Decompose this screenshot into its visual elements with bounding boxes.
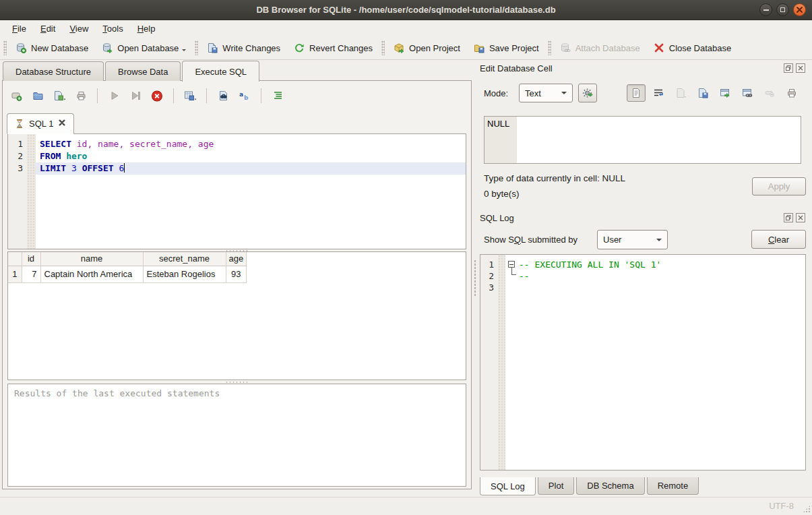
open-project-button[interactable]: Open Project [387,39,467,57]
float-panel-button[interactable] [784,63,793,73]
toolbar-handle[interactable] [195,40,198,55]
close-database-icon [654,42,664,53]
toolbar-separator [261,88,261,103]
menu-tools-rest: ools [107,24,123,34]
table-row[interactable]: 1 7 Captain North America Esteban Rogeli… [8,266,247,282]
open-database-dropdown-caret[interactable] [182,49,186,53]
cell-id[interactable]: 7 [22,266,40,282]
text-mode-icon[interactable] [627,84,646,102]
column-header-age[interactable]: age [226,252,247,266]
sql-keyword: SELECT [40,139,71,149]
dock-splitter-handle[interactable] [474,260,476,297]
log-filter-select[interactable]: User [597,230,668,249]
main-toolbar: New Database Open Database Write Changes… [0,36,812,60]
mode-label: Mode: [484,88,508,98]
save-project-button[interactable]: Save Project [467,39,546,57]
toolbar-separator [97,88,98,103]
minimize-icon [763,9,769,11]
svg-text:a: a [239,91,243,98]
cell-name[interactable]: Captain North America [40,266,143,282]
dock-tab-remote[interactable]: Remote [647,477,699,495]
toolbar-handle[interactable] [381,40,385,55]
sql-line-3: LIMIT 3 OFFSET 6 [40,162,125,175]
results-header-row: id name secret_name age [8,252,247,266]
save-sql-file-icon[interactable] [53,90,66,102]
maximize-icon [780,7,785,12]
log-line-text: -- EXECUTING ALL IN 'SQL 1' [519,259,661,270]
menu-help[interactable]: Help [131,22,163,35]
print-sql-icon[interactable] [74,90,88,102]
close-tab-icon[interactable] [58,119,66,129]
results-grid[interactable]: id name secret_name age 1 7 Captain Nort… [7,251,466,380]
cell-secret-name[interactable]: Esteban Rogelios [143,266,226,282]
dock-tab-db-schema[interactable]: DB Schema [576,477,644,495]
minimize-button[interactable] [759,3,772,16]
sql-number: 6 [119,163,124,173]
find-replace-icon[interactable] [216,90,230,102]
sql-log-dock-buttons [784,213,805,222]
sql-identifiers: id, name, secret_name, age [77,139,214,149]
revert-changes-button[interactable]: Revert Changes [287,39,379,57]
save-project-label: Save Project [489,43,539,53]
clear-log-button[interactable]: Clear [751,230,806,249]
open-database-button[interactable]: Open Database [95,39,193,57]
cell-size-info: 0 byte(s) [484,189,520,199]
menu-view-key: V [69,24,75,34]
maximize-button[interactable] [776,3,789,16]
execution-results-message[interactable]: Results of the last executed statements [7,384,466,487]
mode-select[interactable]: Text [519,84,573,102]
toolbar-separator [173,88,174,103]
column-header-secret-name[interactable]: secret_name [143,252,226,266]
sql-keyword: OFFSET [82,163,114,173]
menu-edit[interactable]: Edit [34,22,63,35]
open-sql-file-icon[interactable] [31,90,44,102]
new-sql-tab-icon[interactable] [9,90,23,102]
column-header-id[interactable]: id [22,252,40,266]
close-database-button[interactable]: Close Database [647,39,739,57]
save-results-icon[interactable] [183,90,197,102]
line-number: 1 [8,138,23,150]
sql-document-tab[interactable]: SQL 1 [7,113,74,134]
window-controls [759,3,806,16]
new-database-button[interactable]: New Database [9,39,95,57]
gear-icon [582,88,594,98]
sql-keyword: LIMIT [40,163,66,173]
cell-value-editor[interactable]: NULL [484,116,801,164]
tab-execute-sql[interactable]: Execute SQL [182,61,259,82]
edit-cell-panel-title: Edit Database Cell [480,63,553,73]
resize-grip[interactable] [803,505,811,513]
toolbar-handle[interactable] [548,40,551,55]
toolbar-handle[interactable] [3,40,7,55]
float-panel-button[interactable] [784,213,793,222]
close-button[interactable] [793,3,806,16]
stop-execution-icon[interactable] [150,90,164,102]
fold-marker-icon[interactable] [508,261,515,268]
sql-log-view[interactable]: 1 2 3 -- EXECUTING ALL IN 'SQL 1' -- [480,254,806,471]
attach-database-button: Attach Database [553,39,647,57]
auto-completion-icon[interactable]: ab [238,90,251,102]
dock-tab-sql-log[interactable]: SQL Log [480,477,536,495]
tab-database-structure[interactable]: Database Structure [3,61,104,81]
write-changes-button[interactable]: Write Changes [200,39,287,57]
apply-format-button[interactable] [578,84,597,102]
word-wrap-icon[interactable] [649,84,668,102]
dock-tab-plot[interactable]: Plot [538,477,574,495]
print-cell-icon[interactable] [782,84,801,102]
format-sql-icon[interactable] [271,90,284,102]
attach-database-label: Attach Database [575,43,640,53]
dock-tab-bar: SQL Log Plot DB Schema Remote [480,477,699,495]
save-text-icon[interactable] [693,84,712,102]
open-project-label: Open Project [409,43,460,53]
menu-tools[interactable]: Tools [96,22,130,35]
log-line-number: 3 [480,282,494,293]
link-window-icon[interactable] [738,84,757,102]
tab-browse-data[interactable]: Browse Data [105,61,181,81]
export-window-icon[interactable] [716,84,735,102]
close-panel-button[interactable] [796,213,805,222]
sql-code-editor[interactable]: 1 2 3 SELECT id, name, secret_name, age … [7,133,466,249]
column-header-name[interactable]: name [40,252,143,266]
menu-view[interactable]: View [63,22,96,35]
cell-age[interactable]: 93 [226,266,247,282]
close-panel-button[interactable] [796,63,805,73]
menu-file[interactable]: File [5,22,34,35]
